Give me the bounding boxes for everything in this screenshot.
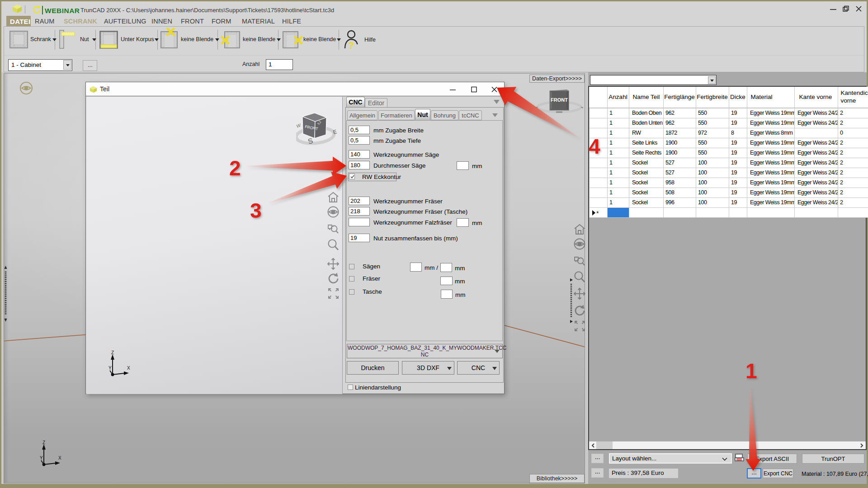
svg-text:X: X bbox=[127, 366, 130, 371]
svg-text:Y: Y bbox=[40, 455, 43, 460]
svg-text:X: X bbox=[58, 455, 61, 460]
svg-text:Z: Z bbox=[42, 441, 45, 445]
svg-text:Y: Y bbox=[108, 366, 112, 371]
svg-text:Z: Z bbox=[111, 351, 114, 355]
svg-text:W: W bbox=[296, 122, 302, 129]
svg-text:FRONT: FRONT bbox=[551, 97, 568, 103]
svg-text:*: * bbox=[596, 210, 599, 216]
